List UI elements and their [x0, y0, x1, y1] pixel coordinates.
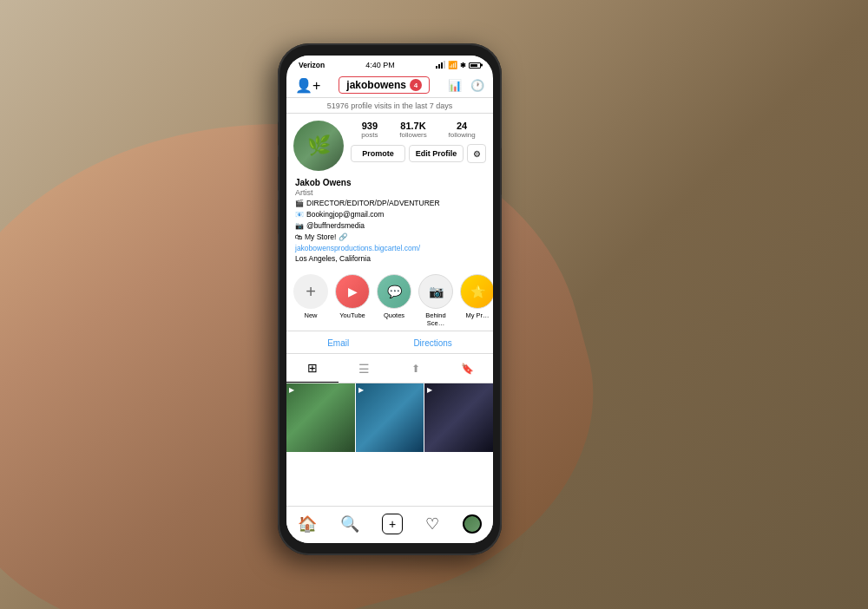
video-icon-1: ▶ — [289, 386, 294, 394]
scene: Verizon 4:40 PM 📶 ✱ — [0, 0, 868, 609]
highlight-new[interactable]: + New — [293, 274, 328, 327]
promote-button[interactable]: Promote — [351, 145, 405, 162]
following-label: following — [449, 131, 476, 139]
profile-visits-text: 51976 profile visits in the last 7 days — [286, 98, 493, 114]
bio-line-4: 🛍My Store! 🔗 — [295, 232, 484, 243]
username-label: jakobowens — [346, 79, 406, 91]
following-stat[interactable]: 24 following — [449, 121, 476, 139]
tab-igtv[interactable]: ⬆ — [390, 354, 442, 383]
followers-count: 81.7K — [400, 121, 425, 131]
bio-line-1: 🎬DIRECTOR/EDITOR/DP/ADVENTURER — [295, 199, 484, 209]
highlight-youtube-circle: ▶ — [335, 274, 370, 309]
nav-profile-avatar[interactable] — [463, 514, 482, 534]
username-box[interactable]: jakobowens 4 — [339, 76, 430, 94]
following-count: 24 — [457, 121, 467, 131]
followers-label: followers — [399, 131, 427, 139]
tab-saved[interactable]: 🔖 — [442, 354, 494, 383]
highlight-quotes[interactable]: 💬 Quotes — [377, 274, 411, 327]
photo-grid: ▶ ▶ ▶ — [286, 383, 493, 506]
video-icon-3: ▶ — [427, 386, 432, 394]
highlight-behind-circle: 📷 — [418, 274, 453, 309]
phone: Verizon 4:40 PM 📶 ✱ — [278, 43, 502, 555]
edit-profile-button[interactable]: Edit Profile — [409, 145, 464, 162]
grid-tabs: ⊞ ☰ ⬆ 🔖 — [286, 354, 493, 383]
signal-icon — [436, 62, 445, 69]
stats-icon[interactable]: 📊 — [448, 79, 462, 92]
bio-line-3: 📷@buffnerdsmedia — [295, 221, 484, 232]
photo-cell-2[interactable]: ▶ — [356, 383, 424, 452]
screen: Verizon 4:40 PM 📶 ✱ — [286, 56, 493, 543]
phone-inner: Verizon 4:40 PM 📶 ✱ — [278, 43, 502, 555]
nav-search[interactable]: 🔍 — [340, 514, 359, 534]
volume-up-button — [278, 156, 279, 191]
time-text: 4:40 PM — [365, 61, 395, 69]
bottom-nav: 🏠 🔍 + ♡ — [286, 506, 493, 543]
add-user-button[interactable]: 👤+ — [295, 77, 320, 94]
contact-links: Email Directions — [286, 331, 493, 354]
bio-line-2: 📧Bookingjop@gmail.com — [295, 210, 484, 220]
posts-count: 939 — [362, 121, 378, 131]
highlight-quotes-circle: 💬 — [377, 274, 411, 309]
volume-down-button — [278, 200, 279, 234]
status-icons: 📶 ✱ — [436, 61, 481, 69]
avatar[interactable]: 🌿 — [293, 121, 344, 171]
email-link[interactable]: Email — [327, 338, 349, 348]
history-icon[interactable]: 🕐 — [470, 79, 484, 92]
highlight-behind-label: Behind Sce… — [418, 311, 453, 327]
followers-stat[interactable]: 81.7K followers — [399, 121, 427, 139]
photo-cell-1[interactable]: ▶ — [286, 383, 355, 452]
bluetooth-icon: ✱ — [460, 62, 466, 69]
posts-stat: 939 posts — [361, 121, 378, 139]
highlight-new-label: New — [304, 311, 317, 319]
bio-line-5[interactable]: jakobowensproductions.bigcartel.com/ — [295, 244, 484, 254]
highlights-row: + New ▶ YouTube 💬 Quotes 📷 Behind Sce… — [286, 269, 493, 331]
settings-button[interactable]: ⚙ — [467, 144, 486, 163]
wifi-icon: 📶 — [448, 61, 457, 69]
battery-icon — [469, 62, 481, 69]
stats-right: 939 posts 81.7K followers 24 following — [351, 121, 486, 163]
bio-name: Jakob Owens — [295, 178, 484, 187]
nav-home[interactable]: 🏠 — [298, 514, 317, 534]
highlight-behind[interactable]: 📷 Behind Sce… — [418, 274, 453, 327]
video-icon-2: ▶ — [358, 386, 364, 394]
highlight-youtube-label: YouTube — [339, 311, 365, 319]
highlight-mypro-label: My Pr… — [465, 311, 489, 319]
directions-link[interactable]: Directions — [413, 338, 451, 348]
status-bar: Verizon 4:40 PM 📶 ✱ — [286, 56, 493, 73]
nav-likes[interactable]: ♡ — [425, 514, 439, 534]
power-button — [501, 147, 502, 195]
highlight-youtube[interactable]: ▶ YouTube — [335, 274, 370, 327]
tab-list[interactable]: ☰ — [339, 354, 391, 383]
bio-category: Artist — [295, 188, 484, 197]
carrier-text: Verizon — [299, 61, 325, 69]
nav-add[interactable]: + — [382, 514, 403, 534]
highlight-new-circle: + — [293, 274, 328, 309]
highlight-mypro[interactable]: ⭐ My Pr… — [460, 274, 493, 327]
highlight-mypro-circle: ⭐ — [460, 274, 493, 309]
mute-button — [278, 121, 279, 146]
stats-numbers: 939 posts 81.7K followers 24 following — [351, 121, 486, 139]
action-buttons: Promote Edit Profile ⚙ — [351, 144, 486, 163]
tab-grid[interactable]: ⊞ — [286, 354, 339, 383]
bio-line-6: Los Angeles, California — [295, 254, 484, 265]
bio-section: Jakob Owens Artist 🎬DIRECTOR/EDITOR/DP/A… — [286, 176, 493, 269]
notification-badge: 4 — [410, 79, 422, 91]
nav-right-icons: 📊 🕐 — [448, 79, 484, 92]
highlight-quotes-label: Quotes — [384, 311, 404, 319]
photo-cell-3[interactable]: ▶ — [424, 383, 493, 452]
posts-label: posts — [361, 131, 378, 139]
nav-header: 👤+ jakobowens 4 📊 🕐 — [286, 73, 493, 98]
profile-stats-area: 🌿 939 posts 81.7K followers — [286, 114, 493, 176]
